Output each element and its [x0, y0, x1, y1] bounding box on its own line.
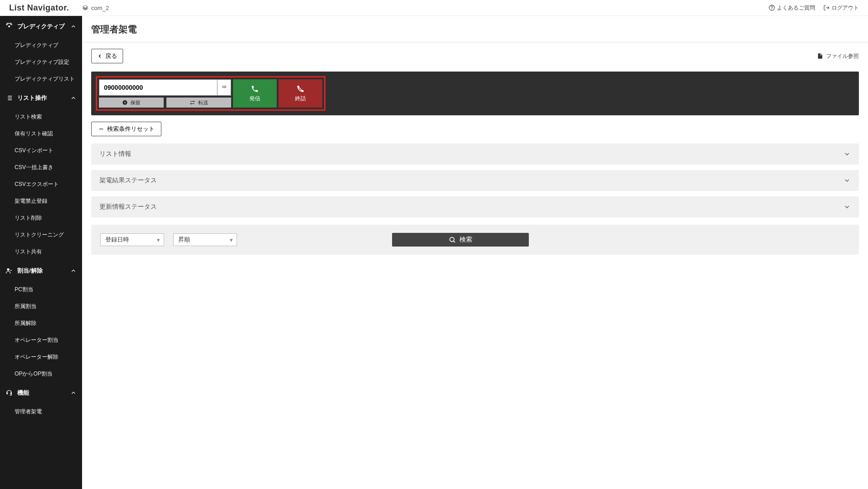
accordion-update-status[interactable]: 更新情報ステータス — [91, 196, 859, 217]
reset-button[interactable]: 検索条件リセット — [91, 122, 161, 136]
call-button[interactable]: 発信 — [233, 79, 277, 108]
chevron-down-icon — [843, 177, 851, 184]
nav-item-dept-assign[interactable]: 所属割当 — [0, 298, 82, 315]
file-ref-link[interactable]: ファイル参照 — [817, 52, 859, 60]
svg-point-1 — [772, 9, 772, 10]
nav-item-op-release[interactable]: オペレーター解除 — [0, 349, 82, 365]
transfer-icon — [189, 100, 196, 105]
sidebar: プレディクティブ プレディクティブ プレディクティブ設定 プレディクティブリスト… — [0, 16, 82, 489]
nav-group-header-predictive[interactable]: プレディクティブ — [0, 16, 82, 37]
nav-item-pc-assign[interactable]: PC割当 — [0, 281, 82, 298]
nav-item-csv-import[interactable]: CSVインポート — [0, 142, 82, 159]
nav-group-list-ops: リスト操作 リスト検索 保有リスト確認 CSVインポート CSV一括上書き CS… — [0, 88, 82, 260]
sort-field-select[interactable]: 登録日時 ▾ — [100, 233, 164, 246]
nav-item-op-to-op[interactable]: OPからOP割当 — [0, 365, 82, 382]
search-label: 検索 — [460, 236, 472, 244]
phone-off-icon — [296, 85, 305, 93]
dial-highlight: 保留 転送 発信 終話 — [96, 76, 326, 111]
chevron-up-icon — [70, 95, 77, 101]
chevron-up-icon — [70, 23, 77, 30]
accordion-call-result[interactable]: 架電結果ステータス — [91, 170, 859, 191]
accordion-label: リスト情報 — [99, 150, 131, 158]
phone-number-input[interactable] — [99, 79, 217, 96]
dial-input-row — [99, 79, 231, 96]
back-button[interactable]: 戻る — [91, 49, 123, 63]
svg-rect-11 — [124, 102, 125, 103]
nav-group-label: 割当/解除 — [17, 267, 70, 275]
chevron-left-icon — [97, 53, 103, 59]
nav-item-list-share[interactable]: リスト共有 — [0, 243, 82, 260]
faq-label: よくあるご質問 — [777, 4, 815, 12]
accordion-label: 架電結果ステータス — [99, 176, 157, 185]
search-button[interactable]: 検索 — [392, 233, 529, 247]
nav-group-functions: 機能 管理者架電 — [0, 382, 82, 420]
hold-button[interactable]: 保留 — [99, 98, 164, 108]
hangup-button[interactable]: 終話 — [279, 79, 322, 108]
nav-group-header-assign[interactable]: 割当/解除 — [0, 260, 82, 281]
svg-point-10 — [123, 100, 127, 105]
transfer-label: 転送 — [198, 99, 208, 106]
nav-group-header-list-ops[interactable]: リスト操作 — [0, 88, 82, 108]
hangup-label: 終話 — [295, 95, 306, 103]
nav-group-label: 機能 — [17, 389, 70, 397]
svg-point-7 — [222, 87, 223, 88]
caret-down-icon: ▾ — [230, 237, 233, 243]
chevron-up-icon — [70, 390, 77, 396]
nav-item-op-assign[interactable]: オペレーター割当 — [0, 332, 82, 349]
svg-point-5 — [224, 86, 225, 87]
divider — [82, 42, 868, 42]
search-icon — [449, 236, 456, 243]
page-title: 管理者架電 — [91, 23, 859, 36]
nav-item-predictive-settings[interactable]: プレディクティブ設定 — [0, 54, 82, 71]
logout-label: ログアウト — [832, 4, 859, 12]
svg-point-2 — [8, 26, 10, 27]
nav-item-list-cleaning[interactable]: リストクリーニング — [0, 226, 82, 243]
nav-item-owned-list[interactable]: 保有リスト確認 — [0, 125, 82, 142]
nav-item-csv-export[interactable]: CSVエクスポート — [0, 176, 82, 193]
back-label: 戻る — [105, 52, 117, 60]
nav-group-header-functions[interactable]: 機能 — [0, 382, 82, 403]
sort-field-value: 登録日時 — [105, 236, 129, 244]
dial-left-col: 保留 転送 — [99, 79, 231, 108]
cube-icon — [82, 5, 88, 11]
transfer-button[interactable]: 転送 — [166, 98, 231, 108]
caret-down-icon: ▾ — [157, 237, 160, 243]
logout-icon — [823, 5, 830, 11]
nav-item-block-register[interactable]: 架電禁止登録 — [0, 193, 82, 210]
nav-item-predictive-list[interactable]: プレディクティブリスト — [0, 71, 82, 88]
headset-icon — [5, 389, 13, 396]
svg-point-8 — [224, 87, 225, 88]
svg-point-14 — [450, 237, 454, 242]
svg-rect-12 — [125, 102, 126, 103]
toolbar-row: 戻る ファイル参照 — [91, 49, 859, 63]
hold-label: 保留 — [130, 99, 140, 106]
pause-icon — [122, 100, 128, 105]
logout-link[interactable]: ログアウト — [823, 4, 859, 12]
list-icon — [5, 94, 13, 102]
reset-label: 検索条件リセット — [107, 125, 155, 133]
accordion-list-info[interactable]: リスト情報 — [91, 144, 859, 165]
svg-point-9 — [225, 87, 226, 88]
nav-item-admin-call[interactable]: 管理者架電 — [0, 403, 82, 420]
file-ref-label: ファイル参照 — [826, 52, 859, 60]
app-logo: List Navigator. — [9, 3, 82, 13]
nav-item-list-delete[interactable]: リスト削除 — [0, 210, 82, 226]
nav-item-predictive[interactable]: プレディクティブ — [0, 37, 82, 54]
dialpad-button[interactable] — [217, 79, 231, 96]
chevron-down-icon — [843, 203, 851, 211]
minus-icon — [98, 126, 104, 132]
search-section: 登録日時 ▾ 昇順 ▾ 検索 — [91, 225, 859, 255]
phone-icon — [251, 85, 259, 93]
file-icon — [817, 53, 823, 59]
nav-item-dept-release[interactable]: 所属解除 — [0, 315, 82, 332]
tenant-name: com_2 — [91, 5, 109, 11]
nav-group-label: リスト操作 — [17, 94, 70, 102]
dial-panel: 保留 転送 発信 終話 — [91, 72, 859, 115]
nav-item-list-search[interactable]: リスト検索 — [0, 108, 82, 125]
sort-order-value: 昇順 — [178, 236, 190, 244]
faq-link[interactable]: よくあるご質問 — [769, 4, 815, 12]
sort-order-select[interactable]: 昇順 ▾ — [173, 233, 237, 246]
chevron-up-icon — [70, 268, 77, 274]
nav-item-csv-overwrite[interactable]: CSV一括上書き — [0, 159, 82, 176]
svg-point-3 — [7, 268, 9, 271]
